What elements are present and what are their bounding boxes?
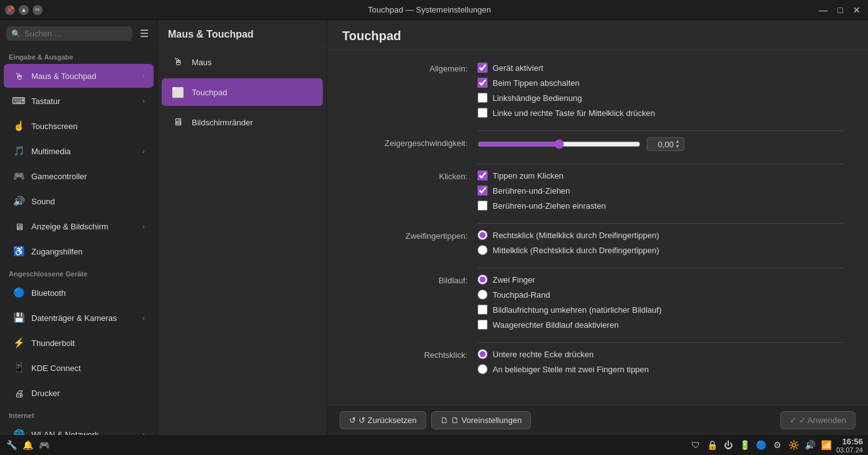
- taskbar-bluetooth-icon[interactable]: 🔵: [755, 439, 767, 451]
- beruehren-einrasten-checkbox[interactable]: [478, 201, 488, 211]
- slider-spin-down[interactable]: ▼: [675, 144, 680, 149]
- taskbar-app-icon[interactable]: 🔧: [5, 439, 18, 451]
- sidebar-item-zugangshilfen[interactable]: ♿ Zugangshilfen: [4, 239, 154, 263]
- linkshaendig-label[interactable]: Linkshändige Bedienung: [493, 93, 582, 103]
- sidebar-item-multimedia[interactable]: 🎵 Multimedia ›: [4, 139, 154, 163]
- beim-tippen-checkbox[interactable]: [478, 78, 488, 88]
- beliebige-stelle-label[interactable]: An beliebiger Stelle mit zwei Fingern ti…: [493, 365, 649, 374]
- zuruecksetzen-label: ↺ Zurücksetzen: [358, 416, 417, 425]
- sidebar-item-touchscreen[interactable]: ☝ Touchscreen: [4, 114, 154, 138]
- sidebar-item-maus-touchpad[interactable]: 🖱 Maus & Touchpad ›: [4, 64, 154, 88]
- anwenden-button[interactable]: ✓ ✓ Anwenden: [780, 411, 855, 429]
- search-box[interactable]: 🔍: [6, 26, 132, 41]
- mittelklick-row: Linke und rechte Taste für Mittelklick d…: [478, 108, 843, 118]
- waagerechter-bildlauf-label[interactable]: Waagerechter Bildlauf deaktivieren: [493, 320, 619, 330]
- voreinstellungen-button[interactable]: 🗋 🗋 Voreinstellungen: [431, 411, 531, 429]
- mittelklick-dreifingertippen-label[interactable]: Mittelklick (Rechtsklick durch Dreifinge…: [493, 246, 659, 255]
- section-angeschlossene: Angeschlossene Geräte: [0, 264, 157, 280]
- sidebar-item-datentraeger[interactable]: 💾 Datenträger & Kameras ›: [4, 306, 154, 330]
- close-button[interactable]: ✕: [850, 5, 863, 15]
- sidebar-label-sound: Sound: [31, 197, 145, 206]
- anzeige-arrow-icon: ›: [142, 222, 145, 230]
- zuruecksetzen-button[interactable]: ↺ ↺ Zurücksetzen: [340, 411, 426, 429]
- beruehren-ziehen-label[interactable]: Berühren-und-Ziehen: [493, 186, 570, 196]
- taskbar-lock-icon[interactable]: 🔒: [706, 439, 718, 451]
- sidebar-item-kde-connect[interactable]: 📱 KDE Connect: [4, 356, 154, 380]
- sidebar-item-anzeige[interactable]: 🖥 Anzeige & Bildschirm ›: [4, 214, 154, 238]
- rechtsklick-dreifingertippen-label[interactable]: Rechtsklick (Mittelklick durch Dreifinge…: [493, 231, 659, 240]
- divider-4: [478, 268, 843, 268]
- sidebar-item-gamecontroller[interactable]: 🎮 Gamecontroller: [4, 164, 154, 188]
- middle-item-maus[interactable]: 🖱 Maus: [162, 48, 323, 76]
- slider-value-box: 0,00 ▲ ▼: [647, 137, 684, 151]
- geraet-aktiviert-row: Gerät aktiviert: [478, 63, 843, 73]
- geschwindigkeit-slider[interactable]: [478, 139, 641, 149]
- untere-ecke-radio[interactable]: [478, 349, 488, 359]
- anwenden-icon: ✓: [790, 416, 797, 425]
- titlebar-edit-icon[interactable]: ✏: [33, 5, 43, 15]
- slider-spinners: ▲ ▼: [675, 139, 680, 149]
- sidebar-item-wlan[interactable]: 🌐 WLAN & Netzwerk ›: [4, 422, 154, 435]
- sidebar-menu-button[interactable]: ☰: [137, 25, 151, 42]
- middle-panel: Maus & Touchpad 🖱 Maus ⬜ Touchpad 🖥 Bild…: [158, 20, 327, 435]
- rechtsklick-group: Rechtsklick: Untere rechte Ecke drücken …: [352, 349, 843, 374]
- mittelklick-checkbox[interactable]: [478, 108, 488, 118]
- geraet-aktiviert-checkbox[interactable]: [478, 63, 488, 73]
- beruehren-einrasten-label[interactable]: Berühren-und-Ziehen einrasten: [493, 201, 606, 211]
- sidebar-item-tastatur[interactable]: ⌨ Tastatur ›: [4, 89, 154, 113]
- touchscreen-icon: ☝: [13, 120, 25, 132]
- allgemein-label: Allgemein:: [352, 63, 478, 73]
- taskbar-discord-icon[interactable]: 🎮: [38, 439, 50, 451]
- titlebar-up-icon[interactable]: ▲: [19, 5, 29, 15]
- sidebar-label-anzeige: Anzeige & Bildschirm: [31, 222, 136, 231]
- mittelklick-dreifingertippen-radio[interactable]: [478, 245, 488, 255]
- middle-item-touchpad[interactable]: ⬜ Touchpad: [162, 78, 323, 106]
- taskbar-notify-icon[interactable]: 🔔: [21, 439, 34, 451]
- untere-ecke-row: Untere rechte Ecke drücken: [478, 349, 843, 359]
- untere-ecke-label[interactable]: Untere rechte Ecke drücken: [493, 350, 593, 359]
- linkshaendig-checkbox[interactable]: [478, 93, 488, 103]
- divider-1: [478, 130, 843, 131]
- sidebar-item-thunderbolt[interactable]: ⚡ Thunderbolt: [4, 331, 154, 355]
- zwei-finger-radio[interactable]: [478, 275, 488, 285]
- touchpad-rand-radio[interactable]: [478, 290, 488, 300]
- taskbar-time-text: 16:56: [836, 437, 863, 446]
- tastatur-icon: ⌨: [13, 95, 25, 107]
- sidebar-item-bluetooth[interactable]: 🔵 Bluetooth: [4, 281, 154, 305]
- waagerechter-bildlauf-checkbox[interactable]: [478, 320, 488, 330]
- zwei-finger-label[interactable]: Zwei Finger: [493, 275, 535, 285]
- titlebar-pin-icon[interactable]: 📌: [5, 5, 15, 15]
- main-content: Touchpad Allgemein: Gerät aktiviert Beim…: [327, 20, 868, 435]
- geraet-aktiviert-label[interactable]: Gerät aktiviert: [493, 63, 543, 73]
- minimize-button[interactable]: —: [817, 5, 830, 15]
- taskbar-network-icon[interactable]: 📶: [820, 439, 832, 451]
- taskbar-time[interactable]: 16:56 03.07.24: [836, 437, 863, 454]
- taskbar-volume-icon[interactable]: 🔊: [803, 439, 816, 451]
- beim-tippen-label[interactable]: Beim Tippen abschalten: [493, 78, 580, 88]
- bottom-left-buttons: ↺ ↺ Zurücksetzen 🗋 🗋 Voreinstellungen: [340, 411, 531, 429]
- mittelklick-label[interactable]: Linke und rechte Taste für Mittelklick d…: [493, 108, 655, 118]
- tippen-klicken-label[interactable]: Tippen zum Klicken: [493, 171, 563, 180]
- middle-item-bildschirmraender[interactable]: 🖥 Bildschirmränder: [162, 108, 323, 136]
- rechtsklick-dreifingertippen-radio[interactable]: [478, 230, 488, 240]
- touchpad-rand-label[interactable]: Touchpad-Rand: [493, 290, 550, 300]
- taskbar: 🔧 🔔 🎮 🛡 🔒 ⏻ 🔋 🔵 ⚙ 🔆 🔊 📶 16:56 03.07.24: [0, 435, 868, 455]
- taskbar-settings-icon[interactable]: ⚙: [771, 439, 783, 451]
- sidebar-item-sound[interactable]: 🔊 Sound: [4, 189, 154, 213]
- taskbar-battery-icon[interactable]: 🔋: [738, 439, 751, 451]
- tastatur-arrow-icon: ›: [142, 97, 145, 105]
- taskbar-power-icon[interactable]: ⏻: [722, 439, 735, 451]
- sidebar-label-gamecontroller: Gamecontroller: [31, 172, 145, 181]
- search-input[interactable]: [24, 29, 127, 38]
- voreinstellungen-label: 🗋 Voreinstellungen: [451, 416, 522, 425]
- maximize-button[interactable]: □: [835, 5, 845, 15]
- sidebar-item-drucker[interactable]: 🖨 Drucker: [4, 381, 154, 405]
- beruehren-ziehen-checkbox[interactable]: [478, 186, 488, 196]
- bildlauf-umkehren-checkbox[interactable]: [478, 305, 488, 315]
- tippen-klicken-checkbox[interactable]: [478, 170, 488, 180]
- bildlauf-umkehren-label[interactable]: Bildlaufrichtung umkehren (natürlicher B…: [493, 305, 662, 315]
- taskbar-shield-icon[interactable]: 🛡: [689, 439, 702, 451]
- taskbar-brightness-icon[interactable]: 🔆: [787, 439, 800, 451]
- beliebige-stelle-radio[interactable]: [478, 364, 488, 374]
- window-controls: — □ ✕: [817, 5, 863, 15]
